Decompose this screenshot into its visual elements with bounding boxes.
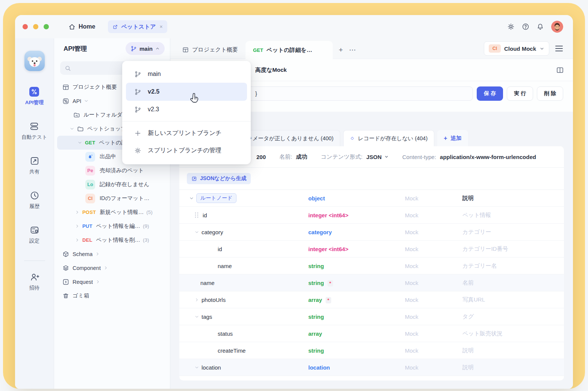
state-chip: Lo [85,180,95,189]
tree-item-label: API [73,98,81,104]
mock-placeholder[interactable]: Mock [405,229,462,235]
home-tab[interactable]: Home [68,23,95,30]
overview-icon [62,84,69,91]
mock-placeholder[interactable]: Mock [405,364,462,371]
mock-placeholder[interactable]: Mock [405,246,462,252]
schema-row[interactable]: locationlocationMock説明 [179,359,564,376]
field-description[interactable]: 名前 [462,279,564,286]
environment-select[interactable]: Cl Cloud Mock [484,41,549,56]
field-description[interactable]: ペット情報 [462,212,564,219]
mock-placeholder[interactable]: Mock [405,347,462,354]
rail-item-api-manage[interactable]: API管理 [25,87,44,106]
field-type-cell: array* [308,297,405,303]
help-icon[interactable] [522,23,529,30]
branch-menu-item[interactable]: v2.3 [122,101,251,118]
field-description[interactable]: 説明 [462,364,564,371]
user-avatar[interactable] [551,21,563,33]
delete-button[interactable]: 削除 [537,86,563,101]
document-tabbar: プロジェクト概要 GET ペットの詳細を… + ⋯ Cl Cloud Mock [170,38,573,59]
field-type: location [308,364,330,371]
mock-placeholder[interactable]: Mock [405,330,462,337]
close-window-button[interactable] [23,24,28,29]
schema-row[interactable]: createTimestringMock説明 [179,342,564,359]
branch-selector[interactable]: main [126,42,165,55]
rail-item-share[interactable]: 共有 [29,156,39,175]
tree-item[interactable]: POST新規ペット情報…(5) [57,205,167,219]
tree-item[interactable]: Schema [57,247,167,261]
mock-placeholder[interactable]: Mock [405,297,462,303]
tree-item[interactable]: ゴミ箱 [57,289,167,303]
tree-item[interactable]: Lo記録が存在しません [57,177,167,191]
tree-item[interactable]: Pe売却済みのペット [57,164,167,177]
field-name-cell: location [179,364,308,371]
more-tabs-button[interactable]: ⋯ [349,45,356,59]
bell-icon[interactable] [536,23,544,30]
chevron-right-icon [194,297,199,302]
branch-menu-item[interactable]: v2.5 [126,83,247,101]
project-avatar[interactable] [24,51,45,71]
mock-placeholder[interactable]: Mock [405,263,462,269]
field-description[interactable]: タグ [462,313,564,320]
schema-row[interactable]: namestringMockカテゴリー名 [179,258,564,274]
chevron-right-icon [95,252,100,256]
project-tab[interactable]: ペットストア × [108,20,167,33]
schema-root-row[interactable]: ルートノード object Mock 説明 [179,190,564,207]
chevron-down-icon [70,126,74,131]
schema-row[interactable]: tagsstringMockタグ [179,308,564,325]
tab-endpoint-active[interactable]: GET ペットの詳細を… [246,41,333,59]
home-label: Home [79,23,95,30]
field-description[interactable]: カテゴリーID番号 [462,246,564,253]
branch-name: v2.5 [148,88,159,95]
titlebar-actions [507,21,563,33]
state-chip: Cl [85,194,95,203]
branch-menu-item[interactable]: main [122,65,251,83]
rail-item-auto-test[interactable]: 自動テスト [21,121,47,141]
tree-item[interactable]: Component [57,261,167,275]
layout-columns-icon[interactable] [556,66,564,74]
close-project-tab-icon[interactable]: × [160,24,163,30]
run-button[interactable]: 実行 [507,86,533,101]
mock-placeholder[interactable]: Mock [405,280,462,286]
save-button[interactable]: 保存 [477,86,503,101]
field-description[interactable]: ペット販売状況 [462,330,564,337]
rail-item-invite[interactable]: 招待 [29,272,39,291]
gear-icon[interactable] [507,23,515,30]
page-title: 高度なMock [255,67,287,74]
schema-row[interactable]: idinteger <int64>Mockペット情報 [179,207,564,224]
minimize-window-button[interactable] [33,24,38,29]
branch-menu-action[interactable]: 新しいスプリントブランチ [122,124,251,142]
generate-from-json-button[interactable]: JSONなどから生成 [187,173,251,184]
field-description[interactable]: 写真URL [462,296,564,303]
tab-project-overview[interactable]: プロジェクト概要 [175,41,246,59]
schema-row[interactable]: idinteger <int64>MockカテゴリーID番号 [179,241,564,258]
add-tab-button[interactable]: + [339,46,343,59]
tree-item[interactable]: Request [57,275,167,289]
response-tab[interactable]: レコードが存在しない (404) [343,130,434,146]
tree-item-label: プロジェクト概要 [73,83,117,91]
add-response-tab[interactable]: +追加 [437,130,468,146]
mock-placeholder[interactable]: Mock [405,314,462,320]
field-name: status [218,330,233,337]
field-description[interactable]: カテゴリー [462,229,564,236]
branch-menu-action[interactable]: スプリントブランチの管理 [122,142,251,159]
field-description[interactable]: カテゴリー名 [462,262,564,270]
required-asterisk: * [327,280,333,286]
schema-row[interactable]: statusarrayMockペット販売状況 [179,325,564,342]
mock-placeholder[interactable]: Mock [405,212,462,218]
schema-row[interactable]: categorycategoryMockカテゴリー [179,224,564,241]
rail-item-settings[interactable]: 設定 [29,225,39,244]
status-code: 200 [256,154,266,160]
schema-row[interactable]: namestring*Mock名前 [179,274,564,291]
rail-item-history[interactable]: 履歴 [29,191,39,210]
tree-item[interactable]: PUTペット情報を編…(9) [57,219,167,233]
mock-state-icon [85,152,95,162]
schema-table: ルートノード object Mock 説明 idinteger <int64>M… [179,190,564,380]
tree-item[interactable]: ClIDのフォーマット… [57,191,167,205]
menu-icon[interactable] [555,45,563,52]
schema-row[interactable]: photoUrlsarray*Mock写真URL [179,291,564,308]
tree-item[interactable]: DELペット情報を削…(3) [57,233,167,247]
zoom-window-button[interactable] [44,24,49,29]
format-select[interactable]: JSON [366,154,389,160]
app-window: Home ペットストア × API管理自動テスト共有履歴設定招待 [15,15,573,389]
field-description[interactable]: 説明 [462,347,564,354]
